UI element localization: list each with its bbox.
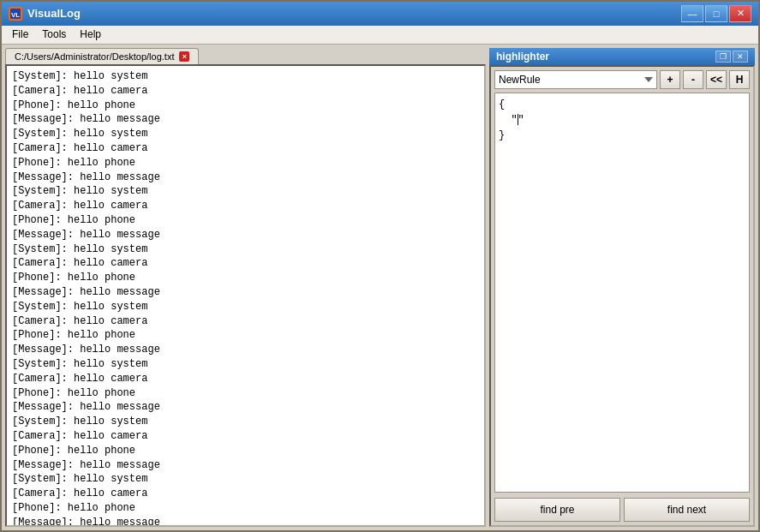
app-icon: VL [9,7,22,21]
rule-editor-content: { "" } [499,97,745,143]
add-rule-button[interactable]: + [660,70,680,89]
panel-title-bar: highlighter ❐ ✕ [489,48,755,65]
main-window: VL VisualLog — □ ✕ File Tools Help C:/Us… [0,0,760,532]
menu-bar: File Tools Help [2,26,758,45]
panel-restore-button[interactable]: ❐ [715,51,731,63]
find-pre-button[interactable]: find pre [494,498,620,522]
tab-close-button[interactable]: × [179,51,189,62]
menu-help[interactable]: Help [73,27,108,42]
panel-title-controls: ❐ ✕ [715,51,748,63]
maximize-button[interactable]: □ [705,5,727,22]
rule-select[interactable]: NewRule [494,70,657,89]
prev-rule-button[interactable]: << [706,70,727,89]
main-content: C:/Users/Administrator/Desktop/log.txt ×… [2,45,758,530]
log-content[interactable]: [System]: hello system [Camera]: hello c… [7,66,484,525]
panel-title: highlighter [496,51,549,63]
title-bar-controls: — □ ✕ [681,5,751,22]
highlight-button[interactable]: H [729,70,750,89]
svg-text:VL: VL [11,11,20,19]
rule-toolbar: NewRule + - << H [494,70,750,89]
find-next-button[interactable]: find next [624,498,750,522]
remove-rule-button[interactable]: - [683,70,703,89]
highlighter-inner: NewRule + - << H { "" } find pre find ne… [489,65,755,527]
window-title: VisualLog [27,7,81,20]
rule-editor[interactable]: { "" } [494,93,750,493]
log-panel: C:/Users/Administrator/Desktop/log.txt ×… [5,48,486,527]
menu-tools[interactable]: Tools [35,27,73,42]
highlighter-panel: highlighter ❐ ✕ NewRule + - << H [489,48,755,527]
panel-close-button[interactable]: ✕ [733,51,748,63]
tab-bar: C:/Users/Administrator/Desktop/log.txt × [5,48,486,64]
title-bar: VL VisualLog — □ ✕ [2,2,758,26]
title-bar-left: VL VisualLog [9,7,81,21]
log-content-wrapper: [System]: hello system [Camera]: hello c… [5,64,486,527]
minimize-button[interactable]: — [681,5,703,22]
menu-file[interactable]: File [5,27,35,42]
log-tab[interactable]: C:/Users/Administrator/Desktop/log.txt × [5,48,199,64]
tab-label: C:/Users/Administrator/Desktop/log.txt [15,51,174,62]
close-button[interactable]: ✕ [729,5,751,22]
find-buttons: find pre find next [494,498,750,522]
